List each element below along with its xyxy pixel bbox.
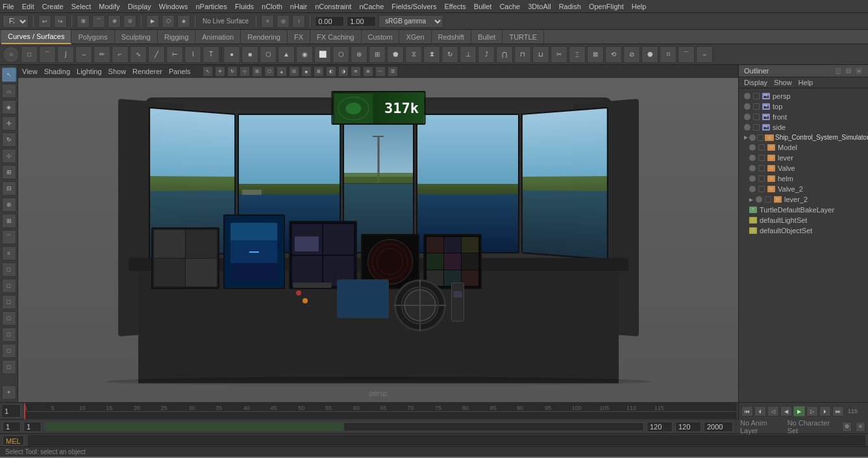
prev-key-btn[interactable]: ◁ — [767, 406, 779, 416]
outliner-item-side[interactable]: 📷 side — [739, 122, 868, 133]
curve3d-tool[interactable]: ⌣ — [696, 46, 713, 63]
tab-bullet[interactable]: Bullet — [471, 30, 503, 44]
bevel-tool[interactable]: ⬣ — [641, 46, 658, 63]
menu-display[interactable]: Display — [128, 3, 151, 10]
soft-mod-tool[interactable]: ⊛ — [2, 197, 16, 212]
vp-aa-icon[interactable]: ⋯ — [375, 66, 386, 77]
cone-tool[interactable]: ▲ — [278, 46, 295, 63]
frame-num-input[interactable]: 1 — [3, 422, 21, 432]
menu-bullet[interactable]: Bullet — [474, 3, 492, 10]
menu-effects[interactable]: Effects — [444, 3, 465, 10]
nurbs3-tool[interactable]: ⊞ — [369, 46, 386, 63]
mel-input[interactable] — [28, 435, 865, 446]
snap-curve-icon[interactable]: ⌒ — [92, 15, 105, 28]
custom-tool-3[interactable]: □ — [2, 295, 16, 309]
boundary-tool[interactable]: ⊓ — [514, 46, 531, 63]
vp-dof-icon[interactable]: ⊕ — [363, 66, 373, 77]
vp-menu-panels[interactable]: Panels — [169, 68, 191, 75]
outliner-item-front[interactable]: 📷 front — [739, 112, 868, 122]
render-region-icon[interactable]: ⬡ — [162, 15, 175, 28]
menu-radish[interactable]: Radish — [559, 3, 581, 10]
tab-rigging[interactable]: Rigging — [158, 30, 195, 44]
vp-res-icon[interactable]: ⊠ — [314, 66, 324, 77]
menu-nhair[interactable]: nHair — [290, 3, 307, 10]
detail-tool[interactable]: ⌶ — [569, 46, 586, 63]
rebuild-tool[interactable]: ⟲ — [605, 46, 622, 63]
tab-xgen[interactable]: XGen — [399, 30, 431, 44]
cube-tool[interactable]: ■ — [242, 46, 258, 63]
outliner-item-lever[interactable]: M lever — [739, 153, 868, 163]
range-slider[interactable] — [44, 422, 644, 431]
custom-tool-1[interactable]: □ — [2, 262, 16, 277]
trim-tool[interactable]: ✂ — [551, 46, 567, 63]
sweep-tool[interactable]: ⤴ — [478, 46, 495, 63]
circle-tool[interactable]: ○ — [3, 46, 19, 63]
anim-extra-icon[interactable]: ≡ — [856, 422, 865, 432]
menu-cache[interactable]: Cache — [499, 3, 520, 10]
nurbs-tool[interactable]: ⊢ — [166, 46, 183, 63]
curve2-tool[interactable]: ⌣ — [75, 46, 92, 63]
move-tool[interactable]: ✛ — [2, 116, 16, 131]
curve-tool[interactable]: ∫ — [57, 46, 74, 63]
vp-move-icon[interactable]: ✛ — [215, 66, 225, 77]
vp-grid-icon[interactable]: ⊞ — [252, 66, 262, 77]
menu-edit[interactable]: Edit — [22, 3, 34, 10]
outliner-item-valve2[interactable]: M Valve_2 — [739, 184, 868, 194]
play-back-btn[interactable]: ◀ — [780, 406, 792, 416]
outliner-help-menu[interactable]: Help — [799, 79, 813, 86]
lasso-tool[interactable]: ⌓ — [2, 84, 16, 98]
line-tool[interactable]: ╱ — [148, 46, 165, 63]
cylinder-tool[interactable]: ⬡ — [260, 46, 277, 63]
menu-modify[interactable]: Modify — [99, 3, 119, 10]
redo-btn[interactable]: ↪ — [54, 15, 67, 28]
menu-nconstraint[interactable]: nConstraint — [315, 3, 351, 10]
outliner-item-ship-group[interactable]: ▶ ⊞ Ship_Control_System_Simulator_with_S… — [739, 133, 868, 142]
pencil-tool[interactable]: ✏ — [93, 46, 110, 63]
vp-motion-icon[interactable]: ≋ — [351, 66, 361, 77]
snap-grid-icon[interactable]: ⊞ — [77, 15, 90, 28]
custom-tool-2[interactable]: □ — [2, 279, 16, 293]
timeline-playhead[interactable] — [24, 403, 25, 419]
menu-select[interactable]: Select — [71, 3, 92, 10]
helix-tool[interactable]: ⌇ — [184, 46, 201, 63]
play-fwd-btn[interactable]: ▶ — [793, 406, 805, 416]
custom-tool-5[interactable]: □ — [2, 327, 16, 342]
arc-tool[interactable]: ⌒ — [39, 46, 56, 63]
outliner-item-object-set[interactable]: O defaultObjectSet — [739, 225, 868, 236]
snap-view-icon[interactable]: ⊙ — [123, 15, 136, 28]
menu-file[interactable]: File — [3, 3, 14, 10]
outliner-item-lever2[interactable]: ▶ M lever_2 — [739, 194, 868, 205]
loft-tool[interactable]: ⧗ — [423, 46, 440, 63]
vp-smooth-icon[interactable]: ● — [277, 66, 287, 77]
vp-hud-icon[interactable]: ☰ — [388, 66, 398, 77]
fillet-tool[interactable]: ⋂ — [496, 46, 513, 63]
paint-sel-tool[interactable]: ◈ — [2, 100, 16, 114]
x-coord-input[interactable]: 0.00 — [315, 16, 344, 27]
history-icon[interactable]: ⌗ — [261, 15, 274, 28]
transform-tool[interactable]: ⊞ — [2, 165, 16, 179]
vp-menu-show[interactable]: Show — [108, 68, 127, 75]
menu-ncache[interactable]: nCache — [359, 3, 384, 10]
select-tool[interactable]: ↖ — [2, 68, 16, 82]
render-icon[interactable]: ▶ — [146, 15, 159, 28]
tab-redshift[interactable]: Redshift — [432, 30, 471, 44]
select-icon[interactable]: ◎ — [277, 15, 290, 28]
vp-menu-renderer[interactable]: Renderer — [132, 68, 162, 75]
step-back-btn[interactable]: ⏴ — [754, 406, 766, 416]
mode-selector[interactable]: FX — [3, 15, 29, 28]
custom-tool-7[interactable]: □ — [2, 360, 16, 374]
anim-settings-icon[interactable]: ⚙ — [842, 422, 852, 432]
vp-rotate-icon[interactable]: ↻ — [227, 66, 238, 77]
vp-menu-view[interactable]: View — [22, 68, 38, 75]
minimize-btn[interactable]: _ — [834, 67, 842, 75]
revolve-tool[interactable]: ↻ — [441, 46, 458, 63]
outliner-item-valve[interactable]: M Valve — [739, 163, 868, 173]
max-frame-input[interactable]: 2000 — [704, 422, 733, 432]
tab-custom[interactable]: Custom — [362, 30, 400, 44]
stitch-tool[interactable]: ⊠ — [587, 46, 604, 63]
outliner-item-turtle-bake[interactable]: T TurtleDefaultBakeLayer — [739, 205, 868, 215]
outliner-item-helm[interactable]: M helm — [739, 173, 868, 184]
lattice-tool[interactable]: ⊞ — [2, 214, 16, 228]
colorspace-selector[interactable]: sRGB gamma — [378, 15, 443, 28]
timeline-ruler[interactable]: 1 5 10 15 20 25 30 35 40 45 50 55 60 65 … — [23, 403, 737, 420]
